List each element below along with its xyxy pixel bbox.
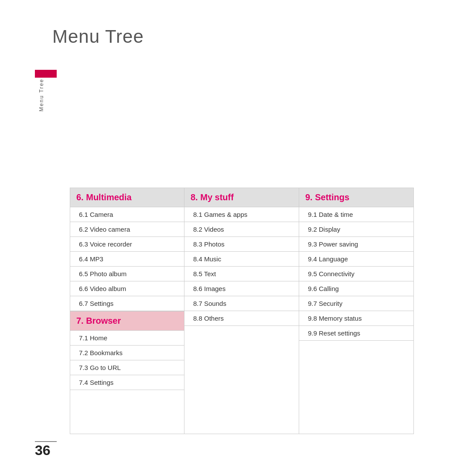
list-item: 8.1 Games & apps [184, 207, 299, 222]
header-mystuff: 8. My stuff [184, 188, 299, 207]
list-item: 8.4 Music [184, 252, 299, 267]
spacer [299, 376, 413, 384]
spacer [184, 370, 299, 378]
spacer [299, 402, 413, 411]
list-item: 8.3 Photos [184, 237, 299, 252]
column-settings: 9. Settings 9.1 Date & time 9.2 Display … [299, 188, 414, 434]
spacer [70, 390, 184, 399]
header-multimedia: 6. Multimedia [70, 188, 184, 207]
list-item: 6.1 Camera [70, 207, 184, 222]
list-item: 6.4 MP3 [70, 252, 184, 267]
list-item: 9.8 Memory status [299, 311, 413, 326]
spacer [184, 335, 299, 343]
page-number: 36 [35, 442, 51, 459]
spacer [184, 378, 299, 387]
spacer [299, 384, 413, 393]
spacer [70, 416, 184, 425]
list-item: 6.5 Photo album [70, 267, 184, 281]
list-item: 8.8 Others [184, 311, 299, 326]
list-item: 6.7 Settings [70, 296, 184, 311]
spacer [184, 387, 299, 396]
spacer [70, 399, 184, 408]
list-item: 7.3 Go to URL [70, 360, 184, 375]
spacer [184, 326, 299, 335]
list-item: 7.4 Settings [70, 375, 184, 390]
page-title: Menu Tree [52, 26, 144, 47]
spacer [299, 349, 413, 358]
list-item: 8.6 Images [184, 281, 299, 296]
list-item: 8.7 Sounds [184, 296, 299, 311]
list-item: 9.5 Connectivity [299, 267, 413, 281]
spacer [299, 367, 413, 376]
spacer [184, 352, 299, 361]
header-browser: 7. Browser [70, 311, 184, 331]
column-multimedia-browser: 6. Multimedia 6.1 Camera 6.2 Video camer… [70, 188, 184, 434]
spacer [184, 396, 299, 404]
header-settings: 9. Settings [299, 188, 413, 207]
list-item: 9.6 Calling [299, 281, 413, 296]
spacer [299, 341, 413, 349]
spacer [70, 425, 184, 434]
spacer [299, 358, 413, 367]
list-item: 9.4 Language [299, 252, 413, 267]
column-mystuff: 8. My stuff 8.1 Games & apps 8.2 Videos … [184, 188, 299, 434]
list-item: 8.5 Text [184, 267, 299, 281]
list-item: 6.3 Voice recorder [70, 237, 184, 252]
list-item: 6.2 Video camera [70, 222, 184, 237]
spacer [299, 393, 413, 402]
list-item: 9.9 Reset settings [299, 326, 413, 341]
list-item: 9.2 Display [299, 222, 413, 237]
spacer [184, 343, 299, 352]
list-item: 7.2 Bookmarks [70, 346, 184, 360]
side-label: Menu Tree [38, 79, 44, 111]
list-item: 6.6 Video album [70, 281, 184, 296]
list-item: 8.2 Videos [184, 222, 299, 237]
bottom-line-decoration [35, 441, 57, 442]
list-item: 9.7 Security [299, 296, 413, 311]
red-bar-decoration [35, 70, 57, 78]
menu-columns: 6. Multimedia 6.1 Camera 6.2 Video camer… [70, 188, 414, 434]
spacer [184, 361, 299, 370]
spacer [70, 408, 184, 416]
list-item: 9.3 Power saving [299, 237, 413, 252]
list-item: 7.1 Home [70, 331, 184, 346]
list-item: 9.1 Date & time [299, 207, 413, 222]
